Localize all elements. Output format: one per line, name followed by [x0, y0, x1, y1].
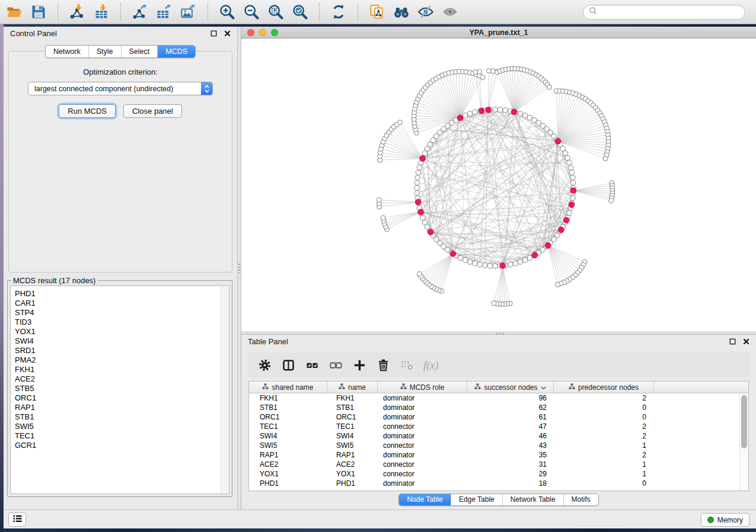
table-cell: connector	[378, 469, 467, 479]
close-panel-button[interactable]: Close panel	[123, 104, 182, 118]
mcds-result-item[interactable]: ORC1	[15, 393, 229, 403]
run-mcds-button[interactable]: Run MCDS	[59, 104, 116, 118]
table-cell: FKH1	[249, 393, 327, 403]
table-row[interactable]: ACE2ACE2connector311	[249, 460, 748, 469]
column-header-predecessor-nodes[interactable]: predecessor nodes	[554, 382, 654, 393]
mcds-result-item[interactable]: PMA2	[15, 355, 229, 365]
table-cell-filler	[654, 393, 748, 403]
table-cell: TEC1	[249, 422, 327, 431]
float-panel-icon[interactable]	[729, 338, 736, 345]
table-row[interactable]: ORC1ORC1dominator610	[249, 412, 748, 422]
table-row[interactable]: STB1STB1dominator620	[249, 403, 748, 412]
table-cell: 43	[467, 441, 554, 450]
zoom-in-icon[interactable]	[218, 2, 237, 21]
open-session-icon[interactable]	[5, 2, 24, 21]
window-zoom-button[interactable]	[271, 29, 278, 36]
import-table-icon[interactable]	[92, 2, 111, 21]
mcds-result-item[interactable]: STB5	[15, 384, 229, 393]
tab-node-table[interactable]: Node Table	[399, 494, 451, 505]
mcds-result-item[interactable]: FKH1	[15, 365, 229, 374]
criterion-dropdown[interactable]: largest connected component (undirected)	[28, 82, 213, 95]
scrollbar-thumb[interactable]	[741, 395, 747, 448]
splitter-grip-icon	[238, 264, 240, 273]
table-cell: 62	[467, 403, 554, 412]
mcds-result-item[interactable]: STB1	[15, 412, 229, 422]
mcds-result-item[interactable]: CAR1	[15, 299, 229, 308]
zoom-fit-icon[interactable]	[266, 2, 285, 21]
tab-edge-table[interactable]: Edge Table	[451, 494, 502, 505]
table-row[interactable]: FKH1FKH1dominator962	[249, 393, 748, 403]
mcds-result-item[interactable]: PHD1	[15, 289, 229, 299]
tab-mcds[interactable]: MCDS	[157, 46, 195, 57]
tab-network-table[interactable]: Network Table	[502, 494, 563, 505]
memory-button[interactable]: Memory	[701, 513, 749, 527]
column-header-name[interactable]: name	[327, 382, 378, 393]
table-cell: 96	[467, 393, 554, 403]
mcds-result-item[interactable]: GCR1	[15, 441, 229, 450]
network-window-titlebar: YPA_prune.txt_1	[241, 27, 756, 39]
export-network-icon[interactable]	[130, 2, 149, 21]
import-network-icon[interactable]	[68, 2, 87, 21]
tab-motifs[interactable]: Motifs	[563, 494, 598, 505]
mcds-result-item[interactable]: RAP1	[15, 403, 229, 412]
column-header-shared-name[interactable]: shared name	[249, 382, 327, 393]
select-all-checkboxes-icon[interactable]	[304, 357, 320, 373]
mcds-result-item[interactable]: STP4	[15, 308, 229, 318]
table-row[interactable]: RAP1RAP1dominator352	[249, 450, 748, 460]
tab-select[interactable]: Select	[121, 46, 158, 57]
table-settings-gear-icon[interactable]	[257, 357, 272, 373]
table-cell-filler	[654, 403, 748, 412]
table-scrollbar[interactable]	[739, 393, 748, 491]
float-panel-icon[interactable]	[210, 30, 217, 37]
mcds-result-item[interactable]: SWI4	[15, 336, 229, 346]
add-entry-icon[interactable]	[352, 357, 367, 373]
tab-network[interactable]: Network	[46, 46, 88, 57]
column-header-successor-nodes[interactable]: successor nodes	[467, 382, 554, 393]
mcds-result-item[interactable]: SWI5	[15, 422, 229, 431]
first-neighbors-icon[interactable]	[392, 2, 411, 21]
table-cell: SWI4	[327, 431, 378, 441]
optimization-criterion-label: Optimization criterion:	[9, 68, 232, 76]
mcds-result-item[interactable]: TEC1	[15, 431, 229, 441]
mcds-result-item[interactable]: TID3	[15, 318, 229, 327]
table-row[interactable]: PHD1PHD1dominator180	[249, 479, 748, 488]
table-cell: ACE2	[327, 460, 378, 469]
zoom-out-icon[interactable]	[242, 2, 261, 21]
table-row[interactable]: YOX1YOX1connector291	[249, 469, 748, 479]
network-canvas[interactable]	[241, 39, 756, 332]
tab-style[interactable]: Style	[88, 46, 121, 57]
mcds-result-item[interactable]: ACE2	[15, 374, 229, 384]
table-row[interactable]: TEC1TEC1connector472	[249, 422, 748, 431]
export-image-icon[interactable]	[179, 2, 198, 21]
column-header-mcds-role[interactable]: MCDS role	[378, 382, 467, 393]
table-cell: 18	[467, 479, 554, 488]
mcds-result-item[interactable]: SRD1	[15, 346, 229, 355]
table-row[interactable]: SWI4SWI4dominator462	[249, 431, 748, 441]
hide-selected-icon[interactable]	[416, 2, 435, 21]
table-cell: STB1	[249, 403, 327, 412]
table-row[interactable]: SWI5SWI5connector431	[249, 441, 748, 450]
export-table-icon[interactable]	[155, 2, 174, 21]
table-cell: 2	[554, 393, 654, 403]
mcds-result-item[interactable]: YOX1	[15, 327, 229, 336]
table-cell: connector	[378, 441, 467, 450]
vertical-splitter[interactable]	[237, 27, 241, 509]
close-panel-icon[interactable]	[742, 338, 749, 345]
clone-network-icon[interactable]	[368, 2, 387, 21]
delete-table-icon	[399, 357, 414, 373]
zoom-selected-icon[interactable]	[291, 2, 310, 21]
close-panel-icon[interactable]	[224, 30, 231, 37]
window-minimize-button[interactable]	[259, 29, 266, 36]
list-scrollbar[interactable]	[221, 287, 228, 493]
task-history-button[interactable]	[8, 512, 26, 527]
delete-entry-icon[interactable]	[375, 357, 391, 373]
table-cell: 1	[554, 460, 654, 469]
deselect-all-checkboxes-icon[interactable]	[328, 357, 343, 373]
mcds-tab-content: Optimization criterion: largest connecte…	[8, 51, 232, 273]
save-session-icon[interactable]	[29, 2, 48, 21]
table-cell: SWI4	[249, 431, 327, 441]
search-input[interactable]	[600, 8, 739, 16]
window-close-button[interactable]	[247, 29, 254, 36]
show-columns-icon[interactable]	[280, 357, 296, 373]
refresh-icon[interactable]	[329, 2, 348, 21]
